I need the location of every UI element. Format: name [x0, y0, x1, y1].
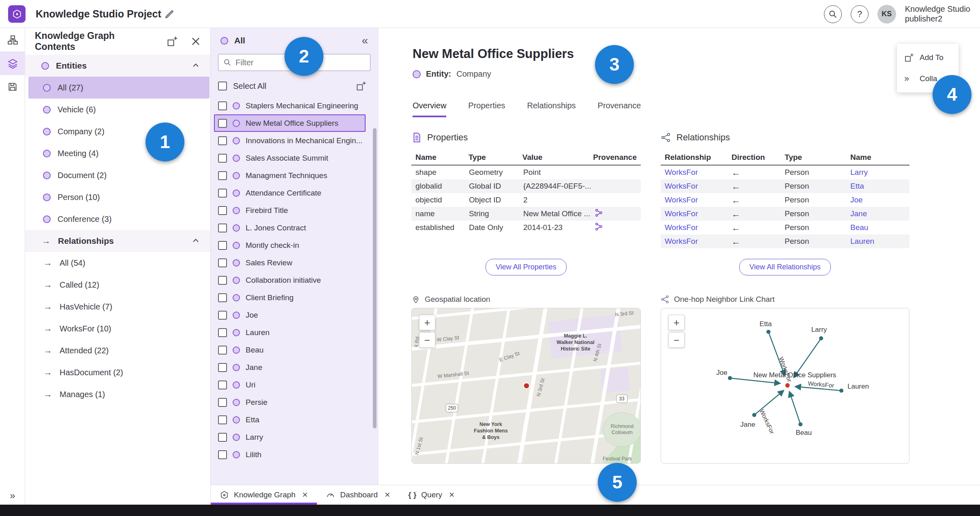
- list-item[interactable]: Beau: [214, 341, 366, 359]
- item-checkbox[interactable]: [218, 450, 227, 459]
- item-checkbox[interactable]: [218, 171, 227, 180]
- zoom-out-button[interactable]: −: [419, 332, 435, 348]
- scrollbar-thumb[interactable]: [373, 128, 377, 428]
- item-checkbox[interactable]: [218, 276, 227, 285]
- map-marker[interactable]: [524, 383, 529, 389]
- app-logo-icon[interactable]: [8, 5, 26, 23]
- close-icon[interactable]: ✕: [302, 490, 308, 499]
- related-entity-link[interactable]: Lauren: [850, 237, 905, 246]
- expand-rail-icon[interactable]: »: [0, 490, 25, 501]
- item-checkbox[interactable]: [218, 346, 227, 355]
- provenance-icon[interactable]: [595, 222, 603, 231]
- list-item[interactable]: Firebird Title: [214, 202, 366, 219]
- chevron-up-icon[interactable]: [191, 236, 201, 246]
- list-item[interactable]: Managment Techniques: [214, 167, 366, 184]
- add-panel-icon[interactable]: [167, 36, 178, 47]
- list-item[interactable]: Uri: [214, 376, 366, 393]
- geospatial-map[interactable]: k Rd W Clay St E Clay St N 3rd St N 3rd …: [411, 308, 641, 464]
- item-checkbox[interactable]: [218, 328, 227, 337]
- item-checkbox[interactable]: [218, 258, 227, 267]
- relationship-type-item[interactable]: → WorksFor (10): [28, 318, 210, 340]
- tab[interactable]: Properties: [468, 101, 505, 117]
- tab[interactable]: Provenance: [598, 101, 641, 117]
- relationship-link[interactable]: WorksFor: [665, 223, 732, 232]
- item-checkbox[interactable]: [218, 433, 227, 442]
- zoom-in-button[interactable]: +: [668, 315, 685, 330]
- chevron-up-icon[interactable]: [191, 61, 201, 71]
- item-checkbox[interactable]: [218, 224, 227, 232]
- tab-dashboard[interactable]: Dashboard ✕: [317, 485, 399, 505]
- related-entity-link[interactable]: Jane: [850, 209, 905, 218]
- item-checkbox[interactable]: [218, 136, 227, 145]
- provenance-icon[interactable]: [595, 209, 603, 217]
- item-checkbox[interactable]: [218, 119, 227, 128]
- list-item[interactable]: Innovations in Mechanical Engin...: [214, 132, 366, 149]
- list-item[interactable]: Etta: [214, 411, 366, 428]
- list-item[interactable]: Joe: [214, 306, 366, 324]
- list-item[interactable]: Lilith: [214, 446, 366, 463]
- list-item[interactable]: Montly check-in: [214, 236, 366, 254]
- close-icon[interactable]: ✕: [384, 490, 390, 499]
- entity-type-item[interactable]: Document (2): [28, 164, 210, 186]
- avatar[interactable]: KS: [877, 5, 896, 24]
- list-item[interactable]: Persie: [214, 393, 366, 411]
- list-item[interactable]: Larry: [214, 428, 366, 446]
- tab[interactable]: Relationships: [527, 101, 576, 117]
- related-entity-link[interactable]: Larry: [850, 168, 905, 177]
- relationships-section-header[interactable]: → Relationships: [25, 230, 210, 252]
- item-checkbox[interactable]: [218, 101, 227, 110]
- item-checkbox[interactable]: [218, 189, 227, 198]
- relationship-type-item[interactable]: → HasDocument (2): [28, 361, 210, 383]
- item-checkbox[interactable]: [218, 154, 227, 163]
- item-checkbox[interactable]: [218, 311, 227, 320]
- relationship-type-item[interactable]: → Attended (22): [28, 340, 210, 361]
- relationship-type-item[interactable]: → Called (12): [28, 274, 210, 296]
- item-checkbox[interactable]: [218, 398, 227, 407]
- add-to-menu-item[interactable]: Add To: [897, 47, 959, 68]
- item-checkbox[interactable]: [218, 206, 227, 215]
- tab[interactable]: Overview: [413, 101, 446, 117]
- close-icon[interactable]: ✕: [449, 490, 455, 499]
- item-checkbox[interactable]: [218, 293, 227, 302]
- list-item[interactable]: Client Briefing: [214, 289, 366, 306]
- tab-query[interactable]: { } Query ✕: [399, 485, 464, 505]
- entity-type-item[interactable]: Conference (3): [28, 208, 210, 230]
- list-item[interactable]: Sales Associate Summit: [214, 149, 366, 167]
- relationship-type-item[interactable]: → All (54): [28, 252, 210, 274]
- relationship-link[interactable]: WorksFor: [665, 182, 732, 191]
- add-panel-icon[interactable]: [356, 81, 366, 91]
- close-icon[interactable]: [190, 36, 201, 47]
- link-chart[interactable]: Etta Larry Joe Lauren Jane Beau New Meta…: [661, 308, 909, 464]
- center-node[interactable]: [785, 383, 790, 388]
- select-all-checkbox[interactable]: [218, 82, 227, 90]
- item-checkbox[interactable]: [218, 241, 227, 250]
- tab-knowledge-graph[interactable]: Knowledge Graph ✕: [211, 485, 317, 505]
- item-checkbox[interactable]: [218, 415, 227, 424]
- relationship-link[interactable]: WorksFor: [665, 168, 732, 177]
- entity-type-item[interactable]: All (27): [28, 77, 210, 99]
- list-item[interactable]: Sales Review: [214, 254, 366, 271]
- view-all-relationships-button[interactable]: View All Relationships: [739, 259, 831, 275]
- list-item[interactable]: Jane: [214, 359, 366, 376]
- related-entity-link[interactable]: Beau: [850, 223, 905, 232]
- zoom-out-button[interactable]: −: [668, 332, 685, 348]
- view-all-properties-button[interactable]: View All Properties: [486, 259, 567, 275]
- list-item[interactable]: New Metal Office Suppliers: [214, 114, 366, 132]
- relationship-link[interactable]: WorksFor: [665, 209, 732, 218]
- layers-rail-button[interactable]: [0, 52, 25, 75]
- help-button[interactable]: ?: [851, 5, 869, 23]
- entities-section-header[interactable]: Entities: [25, 55, 210, 77]
- relationship-type-item[interactable]: → HasVehicle (7): [28, 296, 210, 318]
- list-item[interactable]: L. Jones Contract: [214, 219, 366, 236]
- entity-type-item[interactable]: Vehicle (6): [28, 99, 210, 120]
- collapse-panel-icon[interactable]: «: [362, 35, 368, 46]
- related-entity-link[interactable]: Joe: [850, 196, 905, 204]
- item-checkbox[interactable]: [218, 363, 227, 372]
- list-item[interactable]: Attendance Certificate: [214, 184, 366, 202]
- list-item[interactable]: Lauren: [214, 324, 366, 341]
- save-rail-button[interactable]: [0, 75, 25, 99]
- sitemap-rail-button[interactable]: [0, 28, 25, 52]
- entity-type-item[interactable]: Person (10): [28, 186, 210, 208]
- list-item[interactable]: Collaboration initiative: [214, 271, 366, 289]
- list-item[interactable]: Staplers Mechanical Engineering: [214, 97, 366, 114]
